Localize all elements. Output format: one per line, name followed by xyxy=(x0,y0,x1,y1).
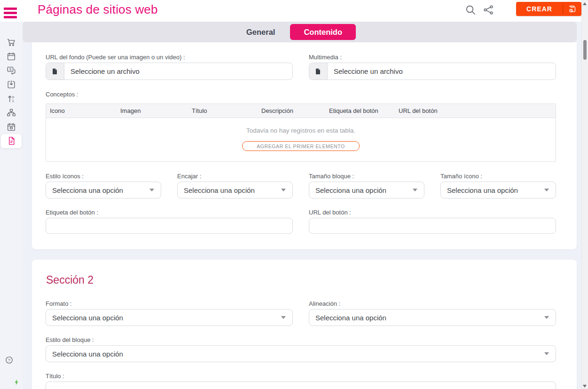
top-header: Páginas de sitios web CREAR xyxy=(0,0,582,22)
download-icon xyxy=(6,79,16,90)
formato-select[interactable]: Selecciona una opción xyxy=(46,309,293,326)
field-url-boton: URL del botón : xyxy=(309,209,556,234)
field-label: Encajar : xyxy=(177,173,293,180)
file-input-text: Seleccione un archivo xyxy=(64,63,292,79)
svg-text:1: 1 xyxy=(12,99,14,103)
field-label: Alineación : xyxy=(309,300,556,307)
tamano-icono-select[interactable]: Selecciona una opción xyxy=(440,182,556,198)
select-value: Selecciona una opción xyxy=(184,186,255,194)
field-label: Tamaño bloque : xyxy=(309,173,424,180)
alineacion-select[interactable]: Selecciona una opción xyxy=(309,309,556,326)
field-label: Título : xyxy=(46,373,556,380)
column-header-etiqueta: Etiqueta del botón xyxy=(325,107,395,114)
url-boton-input[interactable] xyxy=(309,218,556,234)
field-encajar: Encajar : Selecciona una opción xyxy=(177,173,293,198)
sidebar-nav: $ 91 ? xyxy=(0,22,23,389)
sidebar-item-sort[interactable]: 91 xyxy=(0,94,23,103)
calendar-box-icon xyxy=(6,122,16,132)
chevron-down-icon xyxy=(413,189,417,191)
help-icon: ? xyxy=(5,356,14,365)
chevron-down-icon xyxy=(544,316,549,319)
sidebar-item-download[interactable] xyxy=(0,79,23,89)
column-header-imagen: Imagen xyxy=(117,107,188,114)
share-icon[interactable] xyxy=(483,4,494,16)
add-first-item-button[interactable]: AGREGAR EL PRIMER ELEMENTO xyxy=(242,141,360,151)
concepts-table-header: Icono Imagen Título Descripción Etiqueta… xyxy=(46,104,556,118)
field-etiqueta-boton: Etiqueta del botón : xyxy=(46,209,293,234)
content-form-card: URL del fondo (Puede ser una imagen o un… xyxy=(32,42,577,249)
scrollbar-thumb[interactable] xyxy=(583,40,587,60)
field-label: URL del botón : xyxy=(309,209,556,216)
column-header-titulo: Título xyxy=(188,107,258,114)
field-multimedia: Multimedia : Seleccione un archivo xyxy=(309,54,556,80)
field-formato: Formato : Selecciona una opción xyxy=(46,300,293,326)
app-screen: Páginas de sitios web CREAR $ xyxy=(0,0,588,389)
help-button[interactable]: ? xyxy=(5,356,14,365)
tamano-bloque-select[interactable]: Selecciona una opción xyxy=(309,182,424,198)
bolt-button[interactable] xyxy=(13,378,20,386)
svg-text:?: ? xyxy=(8,358,10,363)
vertical-scrollbar[interactable] xyxy=(581,0,588,389)
file-input-text: Seleccione un archivo xyxy=(328,63,556,79)
scroll-down-arrow[interactable] xyxy=(583,385,587,388)
bolt-icon xyxy=(13,378,20,386)
etiqueta-boton-input[interactable] xyxy=(46,218,293,234)
search-icon[interactable] xyxy=(465,4,476,16)
select-value: Selecciona una opción xyxy=(447,186,518,194)
field-tamano-bloque: Tamaño bloque : Selecciona una opción xyxy=(309,173,424,198)
file-input-multimedia[interactable]: Seleccione un archivo xyxy=(309,63,556,80)
sort-numeric-icon: 91 xyxy=(6,94,16,104)
sidebar-item-calendar-box[interactable] xyxy=(0,122,23,132)
file-input-url-fondo[interactable]: Seleccione un archivo xyxy=(46,63,293,80)
section2-card: Sección 2 Formato : Selecciona una opció… xyxy=(32,260,577,389)
select-value: Selecciona una opción xyxy=(315,186,386,194)
chevron-down-icon xyxy=(149,189,154,191)
main-content: General Contenido URL del fondo (Puede s… xyxy=(23,22,582,389)
create-button[interactable]: CREAR xyxy=(516,2,581,16)
column-header-icono: Icono xyxy=(46,107,117,114)
sidebar-item-pages-active[interactable] xyxy=(1,134,22,148)
sitemap-icon xyxy=(6,108,16,118)
field-label: URL del fondo (Puede ser una imagen o un… xyxy=(46,54,293,61)
concepts-table-empty-state: Todavía no hay registros en esta tabla. … xyxy=(46,118,556,161)
field-label: Tamaño ícono : xyxy=(440,173,556,180)
estilo-bloque-select[interactable]: Selecciona una opción xyxy=(46,345,556,362)
cart-icon xyxy=(6,37,16,48)
file-icon xyxy=(46,63,64,79)
scroll-up-arrow[interactable] xyxy=(583,2,587,5)
empty-table-text: Todavía no hay registros en esta tabla. xyxy=(246,127,355,134)
chevron-down-icon xyxy=(281,189,286,191)
sidebar-item-calendar[interactable] xyxy=(0,51,23,61)
select-value: Selecciona una opción xyxy=(52,186,123,194)
concepts-table: Icono Imagen Título Descripción Etiqueta… xyxy=(46,103,556,162)
titulo-input[interactable] xyxy=(46,381,556,389)
field-url-fondo: URL del fondo (Puede ser una imagen o un… xyxy=(46,54,293,80)
calendar-icon xyxy=(6,51,16,62)
tab-contenido[interactable]: Contenido xyxy=(290,24,356,40)
sidebar-item-cart[interactable] xyxy=(0,37,23,47)
column-header-descripcion: Descripción xyxy=(258,107,325,114)
column-header-url: URL del botón xyxy=(395,107,556,114)
select-value: Selecciona una opción xyxy=(52,350,123,358)
save-schedule-icon[interactable] xyxy=(563,2,581,16)
tab-general[interactable]: General xyxy=(243,28,278,37)
file-icon xyxy=(309,63,328,79)
hamburger-menu-icon[interactable] xyxy=(4,8,17,20)
encajar-select[interactable]: Selecciona una opción xyxy=(177,182,293,198)
chevron-down-icon xyxy=(544,352,549,355)
section2-title: Sección 2 xyxy=(46,274,556,286)
field-label: Estilo íconos : xyxy=(46,173,161,180)
field-tamano-icono: Tamaño ícono : Selecciona una opción xyxy=(440,173,556,198)
field-label: Multimedia : xyxy=(309,54,556,61)
price-chat-icon: $ xyxy=(6,65,16,76)
field-alineacion: Alineación : Selecciona una opción xyxy=(309,300,556,326)
create-button-label: CREAR xyxy=(516,2,563,16)
field-estilo-iconos: Estilo íconos : Selecciona una opción xyxy=(46,173,161,198)
page-title: Páginas de sitios web xyxy=(38,2,158,17)
concepts-label: Conceptos : xyxy=(46,91,556,98)
sidebar-item-price-chat[interactable]: $ xyxy=(0,65,23,75)
estilo-iconos-select[interactable]: Selecciona una opción xyxy=(46,182,161,198)
select-value: Selecciona una opción xyxy=(52,314,123,322)
svg-text:$: $ xyxy=(9,67,11,71)
sidebar-item-sitemap[interactable] xyxy=(0,108,23,118)
